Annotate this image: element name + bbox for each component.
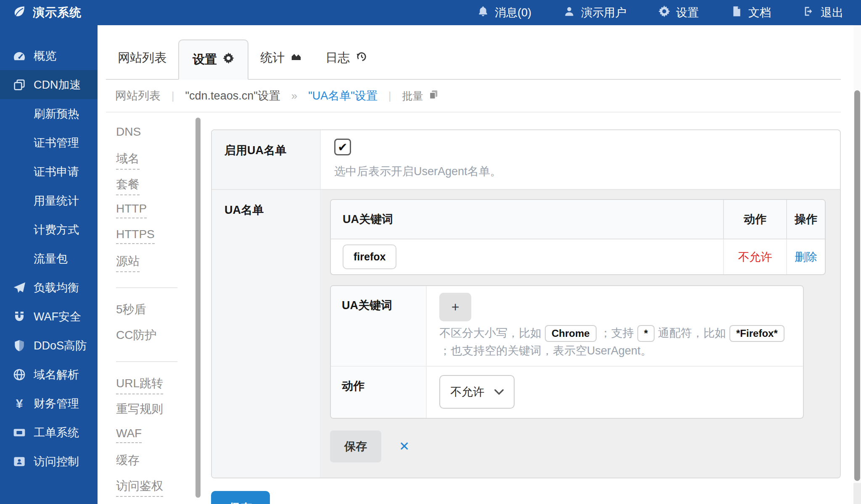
sidebar-item-cdn[interactable]: CDN加速 — [0, 70, 98, 99]
header-action: 动作 — [723, 200, 786, 239]
tab-site-list[interactable]: 网站列表 — [106, 50, 178, 79]
subnav-item-dns[interactable]: DNS — [116, 125, 195, 151]
messages-menu-item[interactable]: 消息(0) — [477, 5, 531, 20]
yen-icon: ¥ — [12, 396, 27, 411]
sidebar-item-billing-method[interactable]: 计费方式 — [0, 215, 98, 244]
action-select[interactable]: 不允许 — [439, 375, 515, 409]
subnav-item-5s-shield[interactable]: 5秒盾 — [116, 302, 195, 327]
keyword-hint: 不区分大小写，比如Chrome；支持*通配符，比如*Firefox*；也支持空的… — [439, 325, 790, 360]
add-keyword-box: UA关键词 + 不区分大小写，比如Chrome；支持*通配符，比如*Firefo… — [330, 285, 804, 419]
chevron-down-icon — [494, 385, 504, 398]
ua-table-header: UA关键词 动作 操作 — [331, 200, 825, 239]
enable-ua-row: 启用UA名单 ✔ 选中后表示开启UserAgent名单。 — [212, 130, 840, 189]
gear-icon — [223, 52, 234, 67]
tab-stats[interactable]: 统计 — [248, 50, 314, 79]
save-button[interactable]: 保存 — [211, 491, 270, 504]
topbar: 演示系统 消息(0) 演示用户 设置 文档 退出 — [0, 0, 861, 25]
close-icon[interactable]: ✕ — [399, 439, 409, 454]
delete-link[interactable]: 删除 — [795, 249, 817, 265]
paper-plane-icon — [12, 281, 27, 294]
keyword-chip: firefox — [343, 244, 396, 269]
docs-menu-item[interactable]: 文档 — [731, 5, 771, 20]
breadcrumb-separator: | — [172, 90, 174, 102]
enable-ua-checkbox[interactable]: ✔ — [334, 139, 351, 155]
window-scrollbar — [853, 25, 861, 504]
gear-icon — [658, 5, 670, 20]
subnav-item-cc-protect[interactable]: CC防护 — [116, 327, 195, 353]
action-select-value: 不允许 — [450, 384, 484, 399]
subnav-scrollbar-thumb[interactable] — [195, 118, 201, 498]
settings-label: 设置 — [676, 5, 699, 20]
subnav-item-plan[interactable]: 套餐 — [116, 176, 195, 202]
settings-subnav: DNS 域名 套餐 HTTP HTTPS 源站 5秒盾 CC防护 URL跳转 重… — [106, 113, 195, 504]
sidebar-item-label: 概览 — [34, 48, 56, 63]
sidebar: 概览 CDN加速 刷新预热 证书管理 证书申请 用量统计 计费方式 流量包 负载… — [0, 25, 98, 504]
brand[interactable]: 演示系统 — [0, 5, 82, 21]
subnav-item-waf[interactable]: WAF — [116, 427, 195, 452]
sidebar-item-overview[interactable]: 概览 — [0, 41, 98, 70]
logout-menu-item[interactable]: 退出 — [803, 5, 843, 20]
sidebar-item-cert-apply[interactable]: 证书申请 — [0, 157, 98, 186]
settings-menu-item[interactable]: 设置 — [658, 5, 699, 20]
breadcrumb-site-settings[interactable]: "cdn.teaos.cn"设置 — [185, 88, 280, 103]
breadcrumb-separator: | — [388, 90, 391, 102]
tab-bar: 网站列表 设置 统计 日志 — [106, 25, 841, 80]
leaf-icon — [13, 5, 26, 21]
sidebar-item-load-balancer[interactable]: 负载均衡 — [0, 273, 98, 302]
sidebar-item-traffic-package[interactable]: 流量包 — [0, 244, 98, 273]
tab-settings[interactable]: 设置 — [178, 39, 248, 80]
subnav-item-cache[interactable]: 缓存 — [116, 452, 195, 478]
window-scrollbar-thumb[interactable] — [854, 90, 860, 481]
history-icon — [356, 51, 367, 65]
breadcrumb-current[interactable]: "UA名单"设置 — [308, 88, 378, 103]
bell-icon — [477, 5, 489, 20]
breadcrumb-site-list[interactable]: 网站列表 — [115, 88, 161, 103]
topbar-menu: 消息(0) 演示用户 设置 文档 退出 — [477, 5, 861, 20]
subnav-item-http[interactable]: HTTP — [116, 202, 195, 228]
subnav-divider — [116, 361, 177, 362]
subnav-item-rewrite-rules[interactable]: 重写规则 — [116, 401, 195, 427]
user-icon — [563, 5, 575, 20]
sidebar-item-finance[interactable]: ¥ 财务管理 — [0, 389, 98, 418]
sidebar-item-refresh-preheat[interactable]: 刷新预热 — [0, 99, 98, 128]
subnav-item-https[interactable]: HTTPS — [116, 228, 195, 253]
ua-list-row: UA名单 UA关键词 动作 操作 firefox — [212, 189, 840, 478]
magnet-icon — [12, 310, 27, 323]
form-box: 启用UA名单 ✔ 选中后表示开启UserAgent名单。 UA名单 — [211, 129, 841, 478]
sidebar-item-access-control[interactable]: 访问控制 — [0, 447, 98, 476]
sidebar-item-dns-resolve[interactable]: 域名解析 — [0, 360, 98, 389]
subnav-scrollbar — [195, 113, 201, 504]
sidebar-item-waf[interactable]: WAF安全 — [0, 302, 98, 331]
chart-area-icon — [291, 51, 302, 65]
copy-icon — [428, 89, 439, 102]
logout-label: 退出 — [821, 5, 843, 20]
tab-logs[interactable]: 日志 — [314, 50, 379, 79]
add-action-label: 动作 — [331, 367, 427, 418]
user-menu-item[interactable]: 演示用户 — [563, 5, 626, 20]
sidebar-item-ddos[interactable]: DDoS高防 — [0, 331, 98, 360]
id-card-icon — [12, 455, 27, 468]
ua-settings-form: 启用UA名单 ✔ 选中后表示开启UserAgent名单。 UA名单 — [201, 113, 861, 504]
sidebar-item-tickets[interactable]: 工单系统 — [0, 418, 98, 447]
subnav-item-origin[interactable]: 源站 — [116, 253, 195, 279]
inline-save-button[interactable]: 保存 — [330, 430, 381, 462]
docs-label: 文档 — [748, 5, 771, 20]
add-keyword-button[interactable]: + — [439, 293, 471, 321]
breadcrumb: 网站列表 | "cdn.teaos.cn"设置 » "UA名单"设置 | 批量 — [106, 80, 841, 113]
kbd-wildcard: * — [637, 325, 655, 342]
subnav-item-url-redirect[interactable]: URL跳转 — [116, 375, 195, 401]
header-keyword: UA关键词 — [331, 200, 723, 239]
ua-list-label: UA名单 — [212, 190, 321, 478]
add-keyword-label: UA关键词 — [331, 286, 427, 366]
batch-button[interactable]: 批量 — [402, 89, 439, 103]
brand-label: 演示系统 — [33, 5, 82, 21]
subnav-item-auth[interactable]: 访问鉴权 — [116, 478, 195, 504]
sidebar-item-usage-stats[interactable]: 用量统计 — [0, 186, 98, 215]
subnav-item-domains[interactable]: 域名 — [116, 151, 195, 176]
add-keyword-row: UA关键词 + 不区分大小写，比如Chrome；支持*通配符，比如*Firefo… — [331, 286, 803, 366]
enable-ua-label: 启用UA名单 — [212, 130, 321, 189]
sidebar-item-cert-manage[interactable]: 证书管理 — [0, 128, 98, 157]
inline-save-row: 保存 ✕ — [330, 419, 826, 478]
messages-label: 消息(0) — [495, 5, 531, 20]
kbd-chrome: Chrome — [545, 325, 597, 342]
